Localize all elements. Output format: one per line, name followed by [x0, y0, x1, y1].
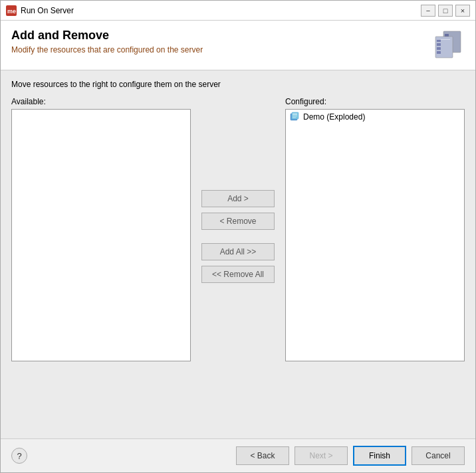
list-item-name: Demo (Exploded) [303, 112, 365, 122]
remove-button[interactable]: < Remove [201, 213, 275, 230]
svg-rect-3 [445, 34, 449, 37]
add-all-button[interactable]: Add All >> [201, 243, 275, 260]
svg-text:me: me [7, 8, 16, 15]
configured-panel: Configured: Demo (Exploded) [285, 97, 465, 361]
back-button[interactable]: < Back [236, 446, 289, 465]
minimize-button[interactable]: − [421, 5, 435, 17]
dialog-subtitle: Modify the resources that are configured… [11, 45, 203, 54]
remove-all-button[interactable]: << Remove All [201, 266, 275, 283]
add-button[interactable]: Add > [201, 190, 275, 207]
footer: ? < Back Next > Finish Cancel [1, 438, 475, 472]
dialog-title: Add and Remove [11, 29, 203, 43]
svg-rect-16 [293, 118, 296, 118]
svg-rect-11 [437, 39, 450, 40]
finish-button[interactable]: Finish [353, 446, 406, 466]
window-title: Run On Server [21, 6, 421, 15]
close-button[interactable]: × [455, 5, 470, 17]
svg-rect-14 [293, 114, 297, 115]
svg-rect-8 [437, 43, 441, 46]
list-item[interactable]: Demo (Exploded) [286, 110, 464, 124]
configured-list[interactable]: Demo (Exploded) [285, 109, 465, 361]
available-label: Available: [11, 97, 191, 106]
available-panel: Available: [11, 97, 191, 361]
svg-rect-15 [293, 116, 297, 116]
header-section: Add and Remove Modify the resources that… [1, 21, 475, 70]
available-list[interactable] [11, 109, 191, 361]
app-icon: me [6, 5, 17, 16]
server-icon [431, 29, 465, 62]
svg-rect-9 [437, 47, 441, 50]
transfer-buttons: Add > < Remove Add All >> << Remove All [191, 110, 285, 363]
help-button[interactable]: ? [11, 448, 27, 464]
next-button[interactable]: Next > [295, 446, 348, 465]
titlebar: me Run On Server − □ × [1, 1, 475, 21]
svg-rect-10 [437, 51, 441, 54]
instruction-text: Move resources to the right to configure… [11, 80, 465, 89]
run-on-server-window: me Run On Server − □ × Add and Remove Mo… [0, 0, 476, 473]
window-controls: − □ × [421, 5, 470, 17]
header-text: Add and Remove Modify the resources that… [11, 29, 203, 54]
content-area: Move resources to the right to configure… [1, 70, 475, 438]
configured-label: Configured: [285, 97, 465, 106]
maximize-button[interactable]: □ [438, 5, 453, 17]
cancel-button[interactable]: Cancel [412, 446, 465, 465]
panels-row: Available: Add > < Remove Add All >> << … [11, 97, 465, 429]
